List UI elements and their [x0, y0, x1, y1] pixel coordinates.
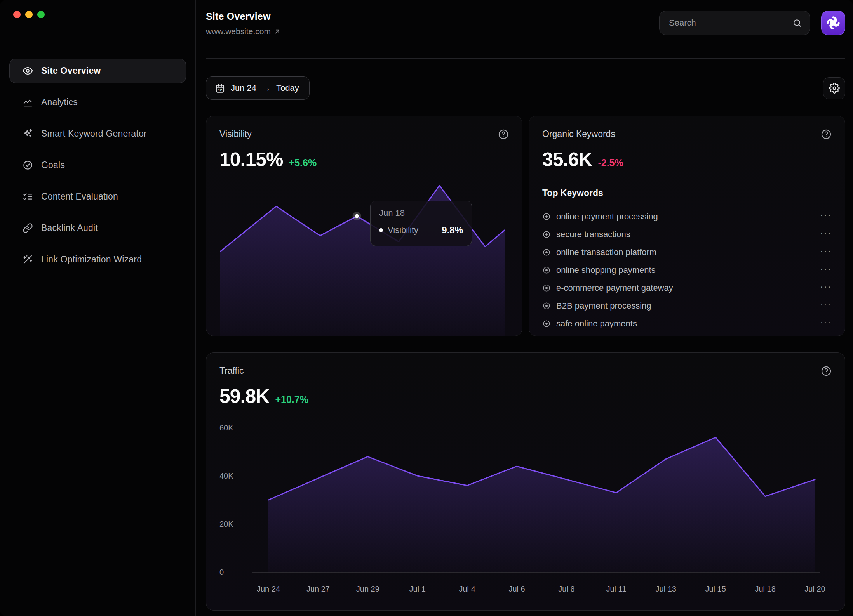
tooltip-series-dot [379, 228, 383, 232]
x-axis-tick: Jun 24 [257, 585, 280, 593]
keyword-menu-button[interactable]: ··· [820, 213, 832, 220]
calendar-icon: 12 [215, 83, 225, 94]
eye-icon [23, 66, 33, 76]
tooltip-series-label: Visibility [388, 225, 437, 235]
x-axis-tick: Jul 15 [705, 585, 726, 593]
x-axis-tick: Jul 8 [558, 585, 574, 593]
keyword-menu-button[interactable]: ··· [820, 249, 832, 256]
sidebar-item-backlink-audit[interactable]: Backlink Audit [9, 216, 186, 240]
circle-dot-icon [542, 302, 551, 310]
keyword-label: safe online payments [556, 319, 815, 329]
keyword-row: online shopping payments··· [542, 261, 832, 279]
circle-dot-icon [542, 266, 551, 274]
search-box [659, 11, 810, 35]
keyword-label: online transaction platform [556, 247, 815, 257]
gear-icon [829, 83, 840, 94]
sidebar: Site OverviewAnalyticsSmart Keyword Gene… [0, 0, 196, 616]
traffic-card: Traffic 59.8K +10.7% 60K40K20K0Jun 24Jun… [206, 352, 845, 611]
date-range-picker[interactable]: 12 Jun 24 → Today [206, 76, 310, 100]
gridline [252, 572, 820, 573]
traffic-card-title: Traffic [219, 366, 244, 376]
circle-dot-icon [542, 248, 551, 257]
svg-text:12: 12 [218, 88, 222, 92]
gridline [252, 524, 820, 524]
x-axis-tick: Jun 27 [306, 585, 330, 593]
traffic-delta: +10.7% [275, 394, 308, 405]
sidebar-item-smart-keyword-generator[interactable]: Smart Keyword Generator [9, 121, 186, 146]
keyword-row: online transaction platform··· [542, 243, 832, 261]
keyword-label: secure transactions [556, 229, 815, 239]
top-keywords-title: Top Keywords [542, 188, 832, 198]
sidebar-item-label: Backlink Audit [41, 223, 98, 233]
sidebar-item-goals[interactable]: Goals [9, 153, 186, 177]
search-input[interactable] [669, 18, 792, 28]
organic-keywords-value: 35.6K [542, 148, 592, 171]
sidebar-item-content-evaluation[interactable]: Content Evaluation [9, 184, 186, 209]
x-axis-tick: Jul 11 [606, 585, 626, 593]
page-title: Site Overview [206, 11, 281, 22]
sidebar-item-site-overview[interactable]: Site Overview [9, 59, 186, 83]
visibility-card: Visibility 10.15% +5.6% Jun 18 Vis [206, 116, 522, 336]
sidebar-item-label: Content Evaluation [41, 191, 118, 202]
x-axis-tick: Jul 20 [804, 585, 825, 593]
circle-dot-icon [542, 212, 551, 221]
tooltip-value: 9.8% [442, 225, 463, 236]
keyword-menu-button[interactable]: ··· [820, 267, 832, 274]
keyword-row: online payment processing··· [542, 208, 832, 226]
help-icon[interactable] [821, 366, 832, 377]
visibility-card-title: Visibility [219, 129, 252, 139]
x-axis-tick: Jul 6 [508, 585, 525, 593]
sidebar-item-link-optimization-wizard[interactable]: Link Optimization Wizard [9, 247, 186, 272]
x-axis-tick: Jun 29 [356, 585, 379, 593]
top-cards-row: Visibility 10.15% +5.6% Jun 18 Vis [206, 116, 845, 336]
keyword-label: B2B payment processing [556, 301, 815, 311]
keyword-menu-button[interactable]: ··· [820, 285, 832, 292]
list-checks-icon [23, 191, 33, 202]
window-zoom-button[interactable] [37, 11, 45, 18]
gridline [252, 476, 820, 476]
x-axis-tick: Jul 1 [409, 585, 426, 593]
visibility-delta: +5.6% [289, 157, 317, 168]
keyword-menu-button[interactable]: ··· [820, 320, 832, 327]
controls-row: 12 Jun 24 → Today [206, 76, 845, 100]
x-axis-tick: Jul 18 [755, 585, 775, 593]
y-axis-tick: 60K [219, 423, 244, 432]
sidebar-item-label: Smart Keyword Generator [41, 128, 147, 139]
traffic-value: 59.8K [219, 385, 269, 408]
help-icon[interactable] [821, 129, 832, 140]
keyword-menu-button[interactable]: ··· [820, 302, 832, 309]
arrow-right-icon: → [262, 83, 271, 94]
keyword-row: secure transactions··· [542, 226, 832, 243]
keyword-list: online payment processing···secure trans… [542, 208, 832, 333]
keyword-label: online payment processing [556, 212, 815, 222]
sidebar-item-analytics[interactable]: Analytics [9, 90, 186, 115]
organic-keywords-card: Organic Keywords 35.6K -2.5% Top Keyword… [529, 116, 845, 336]
site-url-link[interactable]: www.website.com [206, 27, 281, 36]
keyword-label: online shopping payments [556, 265, 815, 275]
keyword-row: B2B payment processing··· [542, 297, 832, 315]
main-content: Site Overview www.website.com [196, 0, 853, 616]
pinwheel-logo-icon [825, 15, 841, 31]
chart-tooltip: Jun 18 Visibility 9.8% [370, 201, 472, 246]
settings-button[interactable] [823, 77, 845, 99]
sparkles-icon [23, 128, 33, 139]
visibility-value: 10.15% [219, 148, 283, 171]
circle-dot-icon [542, 230, 551, 239]
window-close-button[interactable] [13, 11, 21, 18]
keyword-menu-button[interactable]: ··· [820, 231, 832, 238]
tooltip-date: Jun 18 [379, 208, 463, 218]
goal-icon [23, 160, 33, 170]
keyword-row: e-commerce payment gateway··· [542, 279, 832, 297]
brand-logo-button[interactable] [821, 11, 845, 35]
help-icon[interactable] [498, 129, 509, 140]
search-icon [792, 18, 802, 28]
sidebar-item-label: Link Optimization Wizard [41, 254, 142, 265]
y-axis-tick: 0 [219, 568, 244, 577]
link-icon [23, 223, 33, 233]
window-minimize-button[interactable] [25, 11, 33, 18]
gridline [252, 428, 820, 428]
sidebar-item-label: Site Overview [41, 66, 101, 76]
sidebar-item-label: Analytics [41, 97, 78, 108]
traffic-chart: 60K40K20K0Jun 24Jun 27Jun 29Jul 1Jul 4Ju… [219, 428, 832, 606]
wand-icon [23, 254, 33, 265]
